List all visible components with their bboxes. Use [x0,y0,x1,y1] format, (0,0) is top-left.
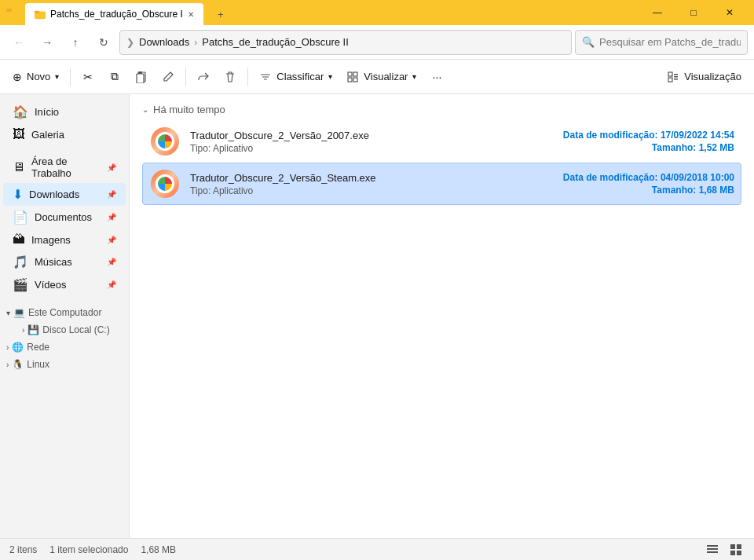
address-bar[interactable]: ❯ Downloads › Patchs_de_tradução_Obscure… [119,30,572,55]
forward-button[interactable]: → [35,30,60,55]
file-date-value-1: 17/09/2022 14:54 [661,130,734,141]
file-item-1[interactable]: Tradutor_Obscure_2_Versão_2007.exe Tipo:… [142,120,741,163]
more-button[interactable]: ··· [424,64,449,90]
share-button[interactable] [191,64,216,90]
breadcrumb-downloads: Downloads [139,36,189,48]
back-button[interactable]: ← [6,30,31,55]
sidebar-item-musicas-label: Músicas [35,256,72,268]
network-icon: 🌐 [12,342,24,353]
view-button[interactable]: Visualizar ▾ [340,64,423,90]
new-label: Novo [27,71,50,82]
cut-button[interactable]: ✂ [75,64,101,90]
view-label: Visualizar [364,71,408,82]
sort-button[interactable]: Classificar ▾ [253,64,339,90]
sidebar-item-videos[interactable]: 🎬 Vídeos 📌 [3,273,126,296]
sidebar-item-documentos-label: Documentos [35,211,92,223]
pin-icon-docs: 📌 [107,213,116,221]
maximize-button[interactable]: □ [675,0,712,25]
new-button[interactable]: ⊕ Novo ▾ [6,64,65,90]
compact-view-button[interactable]: Visualização [661,64,748,90]
item-size: 1,68 MB [141,544,176,555]
active-tab[interactable]: Patchs_de_tradução_Obscure I ✕ [25,3,203,25]
svg-rect-17 [707,548,718,550]
search-bar[interactable]: 🔍 [575,30,748,55]
svg-rect-13 [674,74,678,75]
delete-button[interactable] [218,64,243,90]
toolbar-separator-1 [70,68,71,86]
grid-view-toggle[interactable] [727,541,745,558]
address-separator: › [194,37,197,48]
new-tab-button[interactable]: + [210,3,232,25]
sidebar-section-linux[interactable]: › 🐧 Linux [0,354,129,372]
sidebar-item-desktop[interactable]: 🖥 Área de Trabalho 📌 [3,152,126,183]
tab-close-button[interactable]: ✕ [188,10,194,19]
section-label: Há muito tempo [153,104,225,115]
toolbar-right: Visualização [661,64,748,90]
list-view-toggle[interactable] [704,541,721,558]
svg-rect-10 [353,78,357,82]
expand-rede-icon: › [6,343,9,352]
collapse-computer-icon: ▾ [6,309,10,317]
copy-button[interactable]: ⧉ [102,64,127,90]
file-date-value-2: 04/09/2018 10:00 [661,172,734,183]
sidebar-item-inicio-label: Início [35,106,59,118]
paste-button[interactable] [129,64,154,90]
sidebar-item-imagens[interactable]: 🏔 Imagens 📌 [3,229,126,251]
item-selected: 1 item selecionado [49,544,128,555]
svg-rect-6 [138,71,142,74]
svg-rect-20 [737,544,741,549]
sidebar-item-documentos[interactable]: 📄 Documentos 📌 [3,206,126,229]
pin-icon-music: 📌 [107,258,116,266]
rename-button[interactable] [156,64,181,90]
address-chevron: ❯ [126,37,134,48]
documents-icon: 📄 [13,210,28,225]
minimize-button[interactable]: — [639,0,675,25]
file-date-1: Data de modificação: 17/09/2022 14:54 [563,130,734,141]
svg-rect-18 [707,551,718,553]
file-item-2[interactable]: Tradutor_Obscure_2_Versão_Steam.exe Tipo… [142,163,741,205]
sidebar-item-downloads[interactable]: ⬇ Downloads 📌 [3,183,126,206]
folder-icon [6,6,19,19]
file-size-value-1: 1,52 MB [699,142,734,153]
pin-icon-images: 📌 [107,236,116,244]
sidebar-item-musicas[interactable]: 🎵 Músicas 📌 [3,251,126,273]
exe-icon-1 [151,127,179,156]
gallery-icon: 🖼 [13,127,25,141]
svg-rect-21 [730,551,735,555]
sidebar-item-inicio[interactable]: 🏠 Início [3,101,126,123]
sidebar-section-computer[interactable]: ▾ 💻 Este Computador [0,302,129,320]
close-button[interactable]: ✕ [712,0,748,25]
videos-icon: 🎬 [13,277,28,292]
main-content: 🏠 Início 🖼 Galeria 🖥 Área de Trabalho 📌 … [0,94,754,538]
sidebar-divider-1 [0,145,129,152]
sidebar-section-disk[interactable]: › 💾 Disco Local (C:) [0,320,129,337]
new-chevron-icon: ▾ [55,72,59,81]
file-icon-container-1 [149,126,181,157]
file-size-label-1: Tamanho: [652,142,696,153]
disk-icon: 💾 [27,324,39,335]
toolbar: ⊕ Novo ▾ ✂ ⧉ Classificar ▾ Visualizar ▾ … [0,60,754,94]
svg-rect-11 [668,72,672,76]
section-toggle-icon[interactable]: ⌄ [142,105,148,114]
computer-icon: 💻 [13,307,25,318]
svg-rect-5 [137,74,144,83]
refresh-button[interactable]: ↻ [91,30,116,55]
sidebar-item-galeria[interactable]: 🖼 Galeria [3,123,126,145]
svg-rect-15 [674,79,678,80]
file-type-2: Tipo: Aplicativo [190,185,554,196]
search-input[interactable] [599,36,741,48]
file-size-1: Tamanho: 1,52 MB [563,142,734,153]
up-button[interactable]: ↑ [63,30,88,55]
exe-icon-2 [151,170,179,198]
pin-icon-downloads: 📌 [107,190,116,199]
sort-label: Classificar [276,71,324,82]
sidebar-section-rede[interactable]: › 🌐 Rede [0,337,129,354]
svg-rect-1 [6,9,12,12]
sidebar-divider-2 [0,296,129,302]
title-bar-left: Patchs_de_tradução_Obscure I ✕ + [6,0,232,25]
new-icon: ⊕ [13,71,22,83]
file-name-1: Tradutor_Obscure_2_Versão_2007.exe [190,130,554,141]
window-controls: — □ ✕ [639,0,748,25]
file-name-2: Tradutor_Obscure_2_Versão_Steam.exe [190,172,554,184]
toolbar-separator-3 [247,68,248,86]
